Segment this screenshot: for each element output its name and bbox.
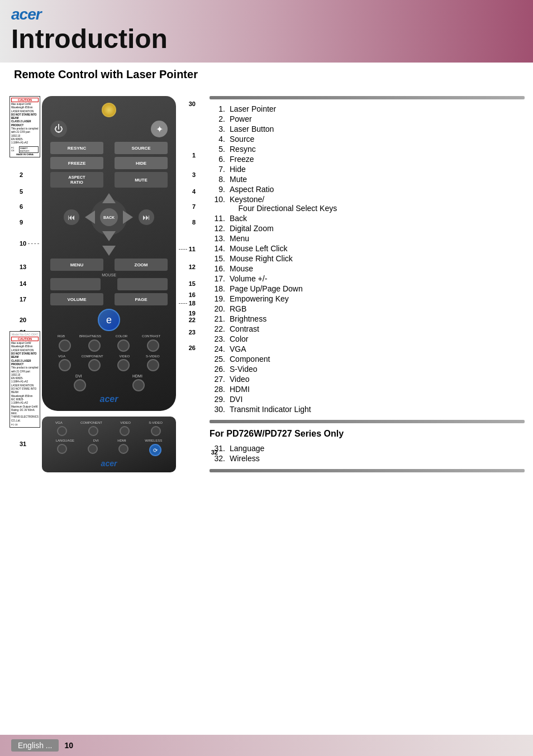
dpad-left[interactable] xyxy=(85,210,95,224)
item-text-9: Aspect Ratio xyxy=(230,185,274,194)
dvi-hdmi-labels: DVI HDMI xyxy=(50,374,168,378)
brightness-button[interactable] xyxy=(88,339,101,352)
row-volume-page: VOLUME PAGE xyxy=(50,293,168,305)
list-item-23: 23. Color xyxy=(210,334,525,344)
item-text-3: Laser Button xyxy=(230,125,274,133)
hdmi-label: HDMI xyxy=(132,374,142,378)
dvi-bottom-button[interactable] xyxy=(88,444,98,454)
wireless-button[interactable]: ⟳ xyxy=(149,444,161,456)
dpad-up[interactable] xyxy=(102,193,116,203)
component-button[interactable] xyxy=(88,359,101,371)
hide-button[interactable]: HIDE xyxy=(115,157,168,169)
video-button[interactable] xyxy=(117,359,130,371)
list-item-19: 19. Empowering Key xyxy=(210,294,525,304)
bottom-component-btn[interactable] xyxy=(88,426,98,436)
rgb-button[interactable] xyxy=(59,339,71,352)
item-num-3: 3. xyxy=(210,125,225,133)
item-num-14: 14. xyxy=(210,244,225,253)
item-num-22: 22. xyxy=(210,324,225,333)
label-12: 12 xyxy=(189,264,196,270)
item-text-6: Freeze xyxy=(230,155,254,164)
list-item-9: 9. Aspect Ratio xyxy=(210,184,525,194)
component-label: COMPONENT xyxy=(82,355,103,358)
back-button[interactable]: BACK xyxy=(100,208,118,226)
caution-text-bottom: Max output<1mWWavelength 650nmLASER RADI… xyxy=(11,342,39,423)
item-num-8: 8. xyxy=(210,175,225,184)
rgb-label: RGB xyxy=(58,334,65,338)
list-item-26: 26. S-Video xyxy=(210,364,525,374)
item-num-23: 23. xyxy=(210,334,225,343)
transmit-indicator-light[interactable] xyxy=(102,103,116,117)
input-buttons-row xyxy=(50,359,168,371)
input-labels-row: VGA COMPONENT VIDEO S-VIDEO xyxy=(50,355,168,358)
item-num-1: 1. xyxy=(210,104,225,113)
hdmi-button[interactable] xyxy=(132,379,145,391)
color-button[interactable] xyxy=(117,339,130,352)
item-text-7: Hide xyxy=(230,165,246,174)
item-text-24: VGA xyxy=(230,344,246,353)
row-resync-source: RESYNC SOURCE xyxy=(50,142,168,154)
aspect-ratio-button[interactable]: ASPECTRATIO xyxy=(50,172,103,188)
next-button[interactable]: ⏭ xyxy=(139,209,154,225)
vga-button[interactable] xyxy=(59,359,71,371)
item-text-4: Source xyxy=(230,135,254,143)
list-item-15: 15. Mouse Right Click xyxy=(210,253,525,264)
item-num-7: 7. xyxy=(210,165,225,174)
resync-button[interactable]: RESYNC xyxy=(50,142,103,154)
dvi-button[interactable] xyxy=(74,379,86,391)
list-item-24: 24. VGA xyxy=(210,344,525,354)
empowering-key-button[interactable]: e xyxy=(98,309,120,331)
color-buttons-row xyxy=(50,339,168,352)
page-button[interactable]: PAGE xyxy=(115,293,168,305)
empowering-key-row: e xyxy=(50,309,168,331)
label-30: 30 xyxy=(189,101,196,107)
item-text-14: Mouse Left Click xyxy=(230,244,287,253)
remote-section-title: Remote Control with Laser Pointer xyxy=(14,68,366,81)
keystone-down-btn[interactable] xyxy=(102,246,116,256)
zoom-button[interactable]: ZOOM xyxy=(115,259,168,271)
item-num-30: 30. xyxy=(210,405,225,414)
menu-button[interactable]: MENU xyxy=(50,259,103,271)
row-menu-zoom: MENU ZOOM xyxy=(50,259,168,271)
svideo-button[interactable] xyxy=(147,359,159,371)
dvi-label-bottom: DVI xyxy=(93,439,99,442)
volume-button[interactable]: VOLUME xyxy=(50,293,103,305)
prev-button[interactable]: ⏮ xyxy=(64,209,79,225)
list-item-22: 22. Contrast xyxy=(210,324,525,334)
header: acer Introduction xyxy=(0,0,533,63)
item-text-17: Volume +/- xyxy=(230,274,267,283)
source-button[interactable]: SOURCE xyxy=(115,142,168,154)
hdmi-bottom-button[interactable] xyxy=(118,444,129,454)
item-text-13: Menu xyxy=(230,234,249,243)
item-text-25: Component xyxy=(230,355,270,363)
mouse-left-button[interactable] xyxy=(50,278,101,290)
freeze-button[interactable]: FREEZE xyxy=(50,157,103,169)
row-power-laser: ⏻ ✦ xyxy=(50,121,168,137)
remote-bottom-variant: VGA COMPONENT VIDEO S-VIDEO LANGUAGE DVI xyxy=(42,417,176,472)
list-item-16: 16. Mouse xyxy=(210,264,525,274)
list-item-2: 2. Power xyxy=(210,114,525,124)
power-button[interactable]: ⏻ xyxy=(50,121,67,137)
bottom-svideo-btn[interactable] xyxy=(151,426,161,436)
label-19: 19 xyxy=(189,310,196,317)
bottom-video-btn[interactable] xyxy=(120,426,130,436)
bottom-vga-btn[interactable] xyxy=(57,426,67,436)
laser-button[interactable]: ✦ xyxy=(151,121,168,137)
color-label: COLOR xyxy=(116,334,127,338)
series-list: 31. Language 32. Wireless xyxy=(210,443,525,463)
contrast-button[interactable] xyxy=(147,339,159,352)
dpad-down[interactable] xyxy=(102,231,116,241)
dpad-right[interactable] xyxy=(123,210,133,224)
item-num-16: 16. xyxy=(210,264,225,273)
language-button[interactable] xyxy=(57,444,67,454)
item-text-2: Power xyxy=(230,114,252,123)
page-wrapper: acer Introduction Remote Control with La… xyxy=(0,0,533,756)
list-item-4: 4. Source xyxy=(210,134,525,144)
list-item-6: 6. Freeze xyxy=(210,154,525,164)
mute-button[interactable]: MUTE xyxy=(115,172,168,188)
item-num-20: 20. xyxy=(210,304,225,313)
label-14: 14 xyxy=(20,280,26,287)
item-text-26: S-Video xyxy=(230,365,258,374)
component-label-bottom: COMPONENT xyxy=(80,421,102,424)
mouse-right-button[interactable] xyxy=(117,278,168,290)
